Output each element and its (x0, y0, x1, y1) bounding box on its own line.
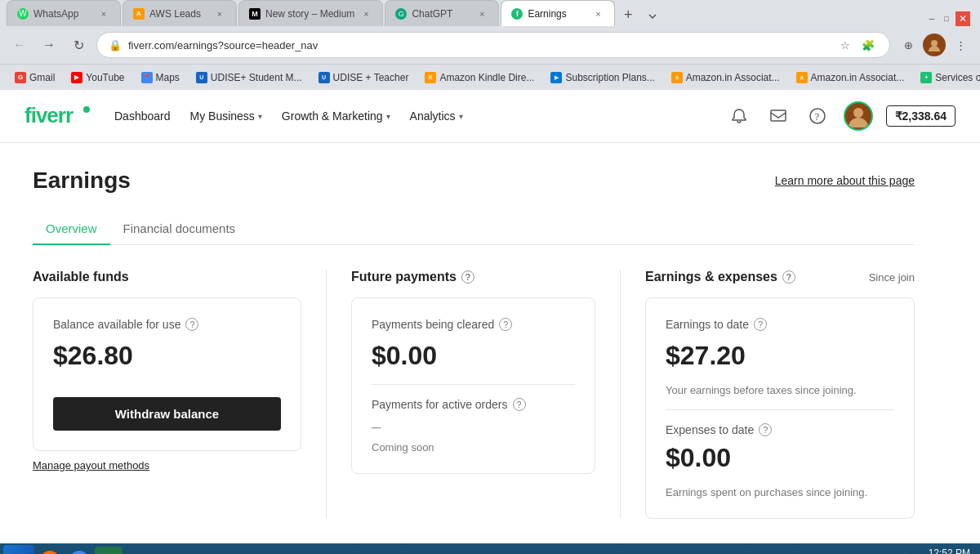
card-divider (372, 384, 575, 385)
tab-medium-title: New story – Medium (265, 8, 354, 20)
bookmark-services[interactable]: + Services offered by... (914, 70, 980, 85)
subscription-favicon: ▶ (550, 72, 562, 83)
url-bar[interactable]: 🔒 fiverr.com/earnings?source=header_nav … (96, 32, 890, 58)
maximize-button[interactable]: □ (941, 13, 952, 25)
dashboard-link[interactable]: Dashboard (114, 109, 171, 123)
tab-earnings[interactable]: f Earnings × (501, 0, 615, 26)
browser-actions: ⊕ ⋮ (897, 34, 972, 56)
bookmark-youtube[interactable]: ▶ YouTube (65, 70, 131, 85)
future-payments-card: Payments being cleared ? $0.00 Payments … (351, 297, 595, 474)
svg-text:?: ? (814, 110, 819, 123)
manage-payout-link[interactable]: Manage payout methods (33, 459, 301, 471)
bookmark-subscription[interactable]: ▶ Subscription Plans... (544, 70, 661, 85)
start-button[interactable]: ⊞ (3, 545, 34, 554)
earnings-to-date-amount: $27.20 (666, 341, 894, 371)
earnings-expenses-help-icon[interactable]: ? (782, 270, 795, 284)
bookmark-udise-student-label: UDISE+ Student M... (211, 72, 302, 83)
forward-button[interactable]: → (38, 34, 60, 56)
lock-icon: 🔒 (109, 39, 122, 51)
tab-medium-close[interactable]: × (359, 7, 372, 20)
tab-aws-close[interactable]: × (213, 7, 226, 20)
reload-button[interactable]: ↻ (67, 34, 90, 56)
payments-clearing-amount: $0.00 (372, 341, 575, 371)
balance-badge[interactable]: ₹2,338.64 (886, 105, 956, 127)
bookmark-amazon2-label: Amazon.in Associat... (811, 72, 905, 83)
extensions-button[interactable]: ⊕ (897, 34, 920, 56)
tab-earnings-close[interactable]: × (591, 7, 604, 20)
expenses-to-date-help-icon[interactable]: ? (759, 423, 772, 436)
earnings-expenses-card: Earnings to date ? $27.20 Your earnings … (645, 297, 915, 519)
bookmark-star-button[interactable]: ☆ (835, 35, 855, 55)
new-tab-button[interactable]: + (617, 3, 639, 26)
active-orders-help-icon[interactable]: ? (513, 398, 526, 411)
svg-point-2 (83, 106, 90, 113)
bookmark-amazon2[interactable]: a Amazon.in Associat... (790, 70, 911, 85)
amazon1-favicon: a (671, 72, 683, 83)
minimize-button[interactable]: ─ (926, 13, 938, 25)
balance-help-icon[interactable]: ? (185, 318, 198, 331)
tab-aws-title: AWS Leads (149, 8, 208, 20)
url-text: fiverr.com/earnings?source=header_nav (128, 39, 829, 51)
profile-button[interactable] (923, 34, 946, 56)
future-payments-title: Future payments ? (351, 270, 595, 284)
user-avatar[interactable] (844, 101, 873, 131)
messages-button[interactable] (765, 103, 791, 129)
balance-label: Balance available for use ? (53, 318, 281, 331)
back-button[interactable]: ← (8, 34, 31, 56)
bookmark-kindle[interactable]: K Amazon Kindle Dire... (418, 70, 541, 85)
bookmark-amazon1[interactable]: a Amazon.in Associat... (665, 70, 786, 85)
expenses-to-date-label: Expenses to date ? (666, 423, 894, 436)
tab-whatsapp[interactable]: W WhatsApp × (7, 0, 121, 26)
bookmark-udise-teacher-label: UDISE + Teacher (333, 72, 409, 83)
bookmark-udise-teacher[interactable]: U UDISE + Teacher (312, 70, 416, 85)
system-clock[interactable]: 12:52 PM 1/25/2024 (920, 547, 977, 554)
future-payments-help-icon[interactable]: ? (461, 270, 474, 284)
amazon2-favicon: a (796, 72, 808, 83)
tab-chatgpt[interactable]: G ChatGPT × (385, 0, 499, 26)
payments-clearing-help-icon[interactable]: ? (499, 318, 512, 331)
tab-aws[interactable]: A AWS Leads × (122, 0, 237, 26)
tab-chatgpt-close[interactable]: × (475, 7, 488, 20)
bookmark-maps-label: Maps (156, 72, 180, 83)
analytics-chevron: ▾ (459, 112, 463, 121)
menu-button[interactable]: ⋮ (949, 34, 972, 56)
learn-more-link[interactable]: Learn more about this page (775, 174, 915, 187)
page-content: fiverr Dashboard My Business ▾ Growth & … (0, 90, 980, 543)
bookmark-udise-student[interactable]: U UDISE+ Student M... (189, 70, 309, 85)
growth-marketing-link[interactable]: Growth & Marketing ▾ (282, 109, 390, 123)
future-payments-section: Future payments ? Payments being cleared… (327, 270, 621, 519)
analytics-link[interactable]: Analytics ▾ (410, 109, 463, 123)
tab-dropdown-button[interactable] (643, 7, 662, 26)
kindle-favicon: K (425, 72, 436, 83)
gmail-favicon: G (15, 72, 26, 83)
fiverr-logo[interactable]: fiverr (24, 105, 90, 127)
tab-overview[interactable]: Overview (33, 213, 110, 245)
earnings-to-date-help-icon[interactable]: ? (754, 318, 767, 331)
my-business-link[interactable]: My Business ▾ (190, 109, 262, 123)
tab-whatsapp-close[interactable]: × (97, 7, 110, 20)
svg-point-6 (853, 108, 863, 118)
available-funds-card: Balance available for use ? $26.80 Withd… (33, 297, 301, 451)
close-button[interactable]: ✕ (956, 11, 970, 26)
taskbar-chrome[interactable] (65, 547, 93, 554)
notifications-button[interactable] (726, 103, 752, 129)
profile-avatar (923, 34, 946, 56)
tab-medium[interactable]: M New story – Medium × (238, 0, 383, 26)
maps-favicon: 📍 (141, 72, 153, 83)
expenses-sub-text: Earnings spent on purchases since joinin… (666, 486, 894, 498)
taskbar-firefox[interactable] (36, 547, 64, 554)
earnings-divider (666, 409, 894, 410)
tab-earnings-title: Earnings (528, 8, 586, 20)
bookmark-maps[interactable]: 📍 Maps (135, 70, 186, 85)
tabs-bar: W WhatsApp × A AWS Leads × M New story –… (0, 0, 980, 26)
tab-financial[interactable]: Financial documents (110, 213, 249, 245)
extension-puzzle-button[interactable]: 🧩 (858, 35, 878, 55)
tab-chatgpt-title: ChatGPT (412, 8, 470, 20)
medium-favicon: M (249, 8, 261, 20)
help-button[interactable]: ? (804, 103, 831, 129)
balance-amount: $26.80 (53, 341, 281, 371)
withdraw-button[interactable]: Withdraw balance (53, 397, 281, 431)
svg-point-11 (69, 551, 89, 554)
bookmark-gmail[interactable]: G Gmail (8, 70, 61, 85)
taskbar-excel[interactable]: X (95, 547, 122, 554)
